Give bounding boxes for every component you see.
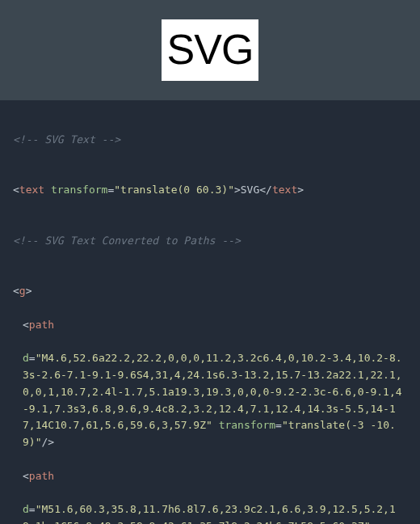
text-inner-svg: SVG	[241, 184, 259, 196]
svg-preview-box: SVG	[162, 19, 258, 81]
comment-svg-text: <!-- SVG Text -->	[13, 133, 120, 146]
tag-path-s: path	[29, 319, 54, 331]
text-transform-value: "translate(0 60.3)"	[114, 184, 234, 196]
tag-g-open: g	[19, 285, 26, 297]
tag-path-v: path	[29, 470, 54, 482]
attr-transform: transform	[51, 184, 107, 196]
path-v-d: "M51.6,60.3,35.8,11.7h6.8l7.6,23.9c2.1,6…	[23, 503, 396, 524]
tag-text-close: text	[272, 184, 297, 196]
code-pane: <!-- SVG Text --> <text transform="trans…	[0, 100, 420, 524]
svg-preview-text: SVG	[167, 16, 254, 83]
svg-demo-frame: SVG	[0, 0, 420, 100]
tag-text-open: text	[19, 184, 44, 196]
attr-d: d	[23, 352, 29, 364]
comment-svg-paths: <!-- SVG Text Converted to Paths -->	[13, 235, 241, 247]
